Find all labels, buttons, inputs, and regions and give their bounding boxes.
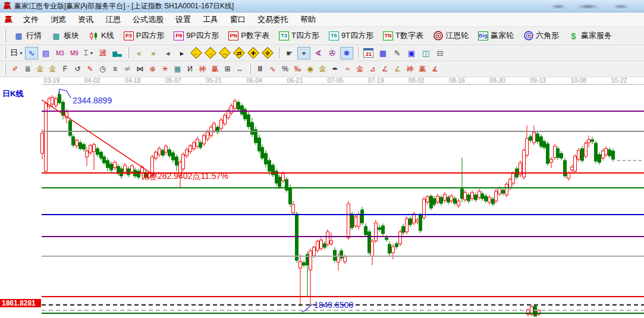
toolbar-grip[interactable]	[4, 64, 6, 74]
menu-item-4[interactable]: 公式选股	[127, 12, 169, 27]
toolbar-button-kline[interactable]: K线	[84, 29, 119, 43]
ruler-grid-button[interactable]: ⊞	[222, 64, 233, 75]
first-bar-button[interactable]: «	[133, 47, 146, 59]
main-toolbar: ▦行情▩板块K线P3P四方形P99P四方形PNP数字表T3T四方形T99T四方形…	[0, 27, 644, 45]
bars-tool-button[interactable]: Ⅲ	[255, 64, 266, 75]
angle-shen-button[interactable]: 神	[404, 64, 416, 75]
toolbar-button-sectors[interactable]: ▩板块	[46, 29, 84, 43]
angle-pair-button[interactable]: ⋈	[134, 64, 146, 75]
zigzag-tool-button[interactable]: ∿	[25, 47, 38, 59]
menu-item-1[interactable]: 浏览	[45, 12, 72, 27]
calendar-button[interactable]: 21	[362, 47, 375, 59]
toolbar-button-quotes[interactable]: ▦行情	[9, 29, 46, 43]
calculator-button[interactable]: ▦	[376, 47, 389, 59]
expand-h-button[interactable]: ↔	[218, 47, 231, 59]
low-price-annotation[interactable]: 1849.6500	[314, 300, 353, 310]
spiral-button[interactable]: ↺	[72, 64, 83, 75]
toolbar-button-gann-wheel[interactable]: 江恩轮	[428, 29, 473, 43]
shen-tool-button[interactable]: 神	[197, 64, 208, 75]
candle-style-button[interactable]: ⌶▼	[82, 47, 95, 59]
high-price-annotation[interactable]: 2344.8899	[73, 96, 112, 105]
candlestick-chart[interactable]: 03-1904-0204-1805-0705-2106-0406-2107-05…	[0, 77, 644, 317]
zoom-all-button[interactable]: ✜	[261, 47, 274, 59]
menu-item-0[interactable]: 文件	[17, 12, 45, 27]
menu-item-9[interactable]: 帮助	[294, 12, 322, 27]
percent-button[interactable]: %	[279, 64, 291, 75]
angle-f-button[interactable]: ∠	[379, 64, 391, 75]
circle-cross-button[interactable]: ⊕	[147, 64, 158, 75]
list-doc-button[interactable]: ▤	[39, 47, 52, 59]
brush-button[interactable]: ✒	[329, 64, 341, 75]
fan-tool-button[interactable]: ∡	[429, 64, 441, 75]
grid-box-button[interactable]: ▦	[172, 64, 183, 75]
angle-ying-button[interactable]: 赢	[417, 64, 428, 75]
save-web-button[interactable]: ◫	[419, 47, 432, 59]
pattern-finder-button[interactable]: ❅	[340, 47, 353, 59]
notes-button[interactable]: ✎	[391, 47, 404, 59]
zoom-in-button[interactable]: ✚	[247, 47, 260, 59]
swap-view-button[interactable]: ⇄	[233, 47, 246, 59]
date-tick-10-08: 10-08	[570, 77, 586, 84]
toolbar-button-winner-wheel[interactable]: Big赢家轮	[473, 29, 519, 43]
coin-circle-button[interactable]: ◉	[304, 64, 316, 75]
winner-service-icon: $	[568, 31, 579, 40]
toolbar-button-p-square[interactable]: P3P四方形	[119, 29, 169, 43]
coin-red-button[interactable]: 金	[354, 64, 366, 75]
angle-line-button[interactable]: ⊿	[367, 64, 378, 75]
shift-left-button[interactable]: ←	[190, 47, 203, 59]
ying-tool-button[interactable]: 赢	[209, 64, 221, 75]
gann-grid-button[interactable]: ≣	[22, 64, 33, 75]
menu-item-5[interactable]: 设置	[169, 12, 197, 27]
permille-button[interactable]: ‰	[292, 64, 303, 75]
menu-item-7[interactable]: 窗口	[224, 12, 252, 27]
histogram-button[interactable]: ▆▃	[111, 47, 124, 59]
menu-item-2[interactable]: 资讯	[72, 12, 99, 27]
fibonacci-button[interactable]: F	[59, 64, 71, 75]
menu-item-8[interactable]: 交易委托	[252, 12, 294, 27]
menu-item-3[interactable]: 江恩	[99, 12, 127, 27]
angle-measure-button[interactable]: ∢	[312, 47, 325, 59]
toolbar-button-t-table[interactable]: TNT数字表	[378, 29, 428, 43]
gold-ratio-1-button[interactable]: 金	[34, 64, 46, 75]
gold-ratio-2-button[interactable]: 金	[47, 64, 58, 75]
time-wheel-button[interactable]: ◷	[97, 64, 108, 75]
n-square-button[interactable]: n²	[122, 64, 133, 75]
toolbar-button-hexagon[interactable]: 六角形	[519, 29, 564, 43]
coin-button[interactable]: 金	[317, 64, 328, 75]
pen-red-button[interactable]: ✎	[84, 64, 96, 75]
toolbar-grip[interactable]	[4, 48, 6, 58]
last-bar-button[interactable]: »	[147, 47, 160, 59]
pulse-mark-button[interactable]: И	[184, 64, 196, 75]
wave-line-button[interactable]: ≈	[342, 64, 353, 75]
toolbar-button-p-table[interactable]: PNP数字表	[224, 29, 274, 43]
toolbar-button-9t-square[interactable]: T99T四方形	[324, 29, 378, 43]
prev-bar-button[interactable]: ◂	[161, 47, 174, 59]
toolbar-grip[interactable]	[4, 30, 6, 42]
retracement-annotation[interactable]: 调整282.9402点11.57%	[141, 171, 228, 181]
toolbar-button-winner-service[interactable]: $赢家服务	[564, 29, 617, 43]
crosshair-tool-button[interactable]: +	[297, 47, 310, 59]
period-selector-button[interactable]: 日▼	[10, 47, 24, 59]
wave-percent-button[interactable]: ∿	[267, 64, 278, 75]
span-arrow-button[interactable]: ↔	[234, 64, 246, 75]
save-button[interactable]: ▣	[405, 47, 418, 59]
wave-3-button[interactable]: M3	[54, 47, 67, 59]
title-bar[interactable]: 赢 赢家江恩专业版[赢家内部服务平台] - [上证指数 SH1A0001-167…	[0, 0, 644, 12]
wave-9-button[interactable]: M9	[68, 47, 81, 59]
toolbar-button-t-square[interactable]: T3T四方形	[274, 29, 324, 43]
shift-right-button[interactable]: →	[204, 47, 217, 59]
gann-shape-tool-button[interactable]: ✇	[326, 47, 339, 59]
angle-gold-button[interactable]: ∠	[392, 64, 403, 75]
menu-item-6[interactable]: 工具	[197, 12, 224, 27]
toolbar-label-gann-wheel: 江恩轮	[445, 30, 469, 41]
hand-tool-button[interactable]: ☛	[283, 47, 296, 59]
wave-tool-button[interactable]: 波	[96, 47, 109, 59]
comb-lines-button[interactable]: ≡	[109, 64, 121, 75]
toolbar-button-9p-square[interactable]: P99P四方形	[169, 29, 224, 43]
next-bar-button[interactable]: ▸	[175, 47, 189, 59]
star-rays-button[interactable]: ✳	[159, 64, 171, 75]
knife-tool-button[interactable]: ✐	[10, 64, 21, 75]
next-bar-icon: ▸	[180, 49, 184, 58]
print-button[interactable]: ⊟	[433, 47, 447, 59]
time-wheel-icon: ◷	[99, 65, 105, 73]
